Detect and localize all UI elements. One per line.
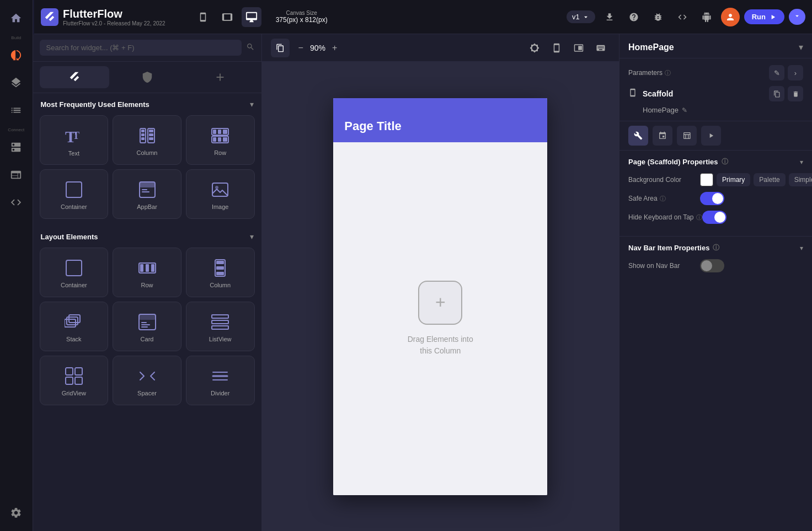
scaffold-page-edit-button[interactable]: ✎ — [682, 106, 687, 114]
right-panel-collapse-button[interactable]: ▾ — [799, 42, 803, 52]
layout-stack[interactable]: Stack — [40, 302, 109, 351]
nav-database-button[interactable] — [4, 135, 28, 159]
svg-rect-44 — [212, 326, 228, 329]
widget-row[interactable]: Row — [186, 115, 255, 165]
svg-rect-13 — [223, 130, 227, 134]
canvas-zoom-control: − 90% + — [296, 41, 340, 55]
row-widget-label: Row — [214, 149, 226, 156]
scaffold-delete-button[interactable] — [788, 86, 803, 101]
layout-divider[interactable]: Divider — [186, 356, 255, 405]
tab-gem[interactable] — [113, 66, 182, 88]
canvas-view-buttons — [525, 39, 610, 57]
parameters-next-button[interactable]: › — [788, 65, 803, 81]
container-widget-icon — [65, 180, 83, 199]
code-view-button[interactable] — [672, 7, 692, 27]
run-button[interactable]: Run — [744, 9, 784, 24]
help-button[interactable] — [624, 7, 644, 27]
nav-layers-button[interactable] — [4, 71, 28, 95]
widget-panel: Most Frequently Used Elements ▾ TT Text — [33, 34, 262, 531]
upload-button[interactable] — [600, 7, 619, 27]
keyboard-button[interactable] — [591, 39, 610, 57]
version-badge[interactable]: v1 — [567, 10, 595, 23]
layout-spacer[interactable]: Spacer — [113, 356, 181, 405]
svg-rect-28 — [146, 264, 149, 272]
canvas-copy-button[interactable] — [271, 39, 290, 57]
canvas-size-label: Canvas Size — [286, 10, 317, 16]
nav-api-button[interactable] — [4, 163, 28, 187]
scaffold-props-collapse[interactable]: ▾ — [800, 158, 803, 166]
android-build-button[interactable] — [697, 7, 717, 27]
layout-divider-label: Divider — [211, 390, 229, 396]
search-input[interactable] — [40, 40, 242, 56]
show-nav-bar-toggle[interactable] — [700, 259, 724, 272]
layout-card[interactable]: Card — [113, 302, 181, 351]
layout-container[interactable]: Container — [40, 248, 109, 297]
safe-area-row: Safe Area ⓘ — [628, 192, 803, 205]
device-tablet-button[interactable] — [217, 7, 237, 27]
widget-appbar[interactable]: AppBar — [113, 169, 181, 219]
svg-rect-45 — [66, 368, 73, 375]
prop-tab-play[interactable] — [701, 126, 721, 146]
prop-tab-wrench[interactable] — [628, 126, 648, 146]
widget-text[interactable]: TT Text — [40, 115, 109, 165]
widget-search-bar — [33, 34, 261, 62]
svg-rect-43 — [212, 320, 228, 324]
nav-settings-button[interactable] — [4, 501, 28, 525]
zoom-out-button[interactable]: − — [296, 41, 306, 55]
layout-row[interactable]: Row — [113, 248, 181, 297]
tab-flutter[interactable] — [40, 66, 109, 88]
run-options-button[interactable] — [789, 9, 805, 25]
parameters-edit-button[interactable]: ✎ — [769, 65, 784, 81]
phone-body[interactable]: + Drag Elements into this Column — [333, 142, 547, 495]
svg-rect-29 — [151, 264, 154, 272]
layout-gridview-label: GridView — [62, 390, 86, 396]
primary-color-button[interactable]: Primary — [717, 173, 750, 186]
color-chip[interactable] — [700, 173, 713, 186]
bug-button[interactable] — [648, 7, 668, 27]
prop-tab-table[interactable] — [677, 126, 697, 146]
safe-area-toggle[interactable] — [700, 192, 724, 205]
device-desktop-button[interactable] — [242, 7, 261, 27]
layout-listview[interactable]: ListView — [186, 302, 255, 351]
scaffold-copy-button[interactable] — [769, 86, 784, 101]
mobile-view-button[interactable] — [547, 39, 566, 57]
nav-code-button[interactable] — [4, 190, 28, 214]
layout-column[interactable]: Column — [186, 248, 255, 297]
split-view-button[interactable] — [569, 39, 588, 57]
widget-image[interactable]: Image — [186, 169, 255, 219]
brightness-button[interactable] — [525, 39, 544, 57]
search-icon[interactable] — [246, 42, 255, 53]
layout-stack-label: Stack — [66, 336, 82, 342]
widget-tabs — [33, 62, 261, 93]
add-icon: + — [435, 292, 446, 313]
tab-add-widget[interactable] — [185, 66, 255, 88]
nav-build-button[interactable] — [4, 43, 28, 67]
page-title: Page Title — [344, 119, 402, 133]
layout-gridview[interactable]: GridView — [40, 356, 109, 405]
nav-bar-collapse[interactable]: ▾ — [800, 244, 803, 252]
widget-container[interactable]: Container — [40, 169, 109, 219]
nav-list-button[interactable] — [4, 98, 28, 122]
layout-divider-icon — [211, 367, 229, 385]
scaffold-props-title-text: Page (Scaffold) Properties — [628, 158, 718, 166]
scaffold-page-row: HomePage ✎ — [628, 106, 803, 114]
prop-tab-actions[interactable] — [653, 126, 672, 146]
drop-target[interactable]: + — [418, 281, 462, 325]
frequently-used-grid: TT Text Co — [33, 113, 261, 226]
scaffold-icon — [628, 88, 637, 99]
right-panel-header: HomePage ▾ — [619, 34, 812, 58]
hide-keyboard-toggle[interactable] — [702, 211, 726, 224]
svg-rect-40 — [141, 324, 150, 325]
simple-button[interactable]: Simple — [789, 173, 812, 186]
palette-button[interactable]: Palette — [754, 173, 785, 186]
device-mobile-button[interactable] — [193, 7, 213, 27]
layout-container-label: Container — [61, 282, 87, 288]
scaffold-actions — [769, 86, 803, 101]
zoom-in-button[interactable]: + — [330, 41, 339, 55]
layout-stack-icon — [65, 313, 83, 331]
user-avatar[interactable] — [721, 8, 740, 26]
nav-home-button[interactable] — [4, 6, 28, 30]
frequently-used-collapse[interactable]: ▾ — [250, 100, 254, 109]
layout-elements-collapse[interactable]: ▾ — [250, 232, 254, 241]
widget-column[interactable]: Column — [113, 115, 181, 165]
